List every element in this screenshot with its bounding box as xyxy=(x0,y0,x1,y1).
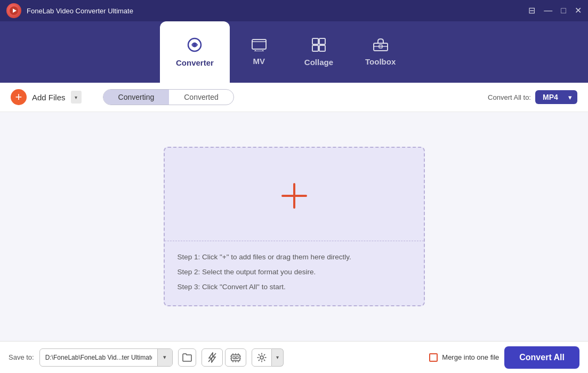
window-controls: ⊟ — □ ✕ xyxy=(528,6,582,15)
convert-all-to-group: Convert All to: MP4 MKV AVI MOV WMV xyxy=(488,90,577,104)
converting-tab-button[interactable]: Converting xyxy=(103,90,170,105)
save-path-wrapper: ▾ xyxy=(39,348,173,367)
svg-rect-4 xyxy=(252,39,266,49)
bottom-bar: Save to: ▾ xyxy=(0,341,588,373)
title-bar-left: FoneLab Video Converter Ultimate xyxy=(6,3,133,18)
svg-rect-9 xyxy=(374,43,388,51)
settings-group: ▾ xyxy=(252,348,284,367)
view-tab-switcher: Converting Converted xyxy=(103,89,234,105)
svg-rect-5 xyxy=(312,38,318,44)
svg-point-28 xyxy=(260,356,263,359)
svg-point-3 xyxy=(193,43,196,46)
close-button[interactable]: ✕ xyxy=(575,6,582,15)
add-files-icon xyxy=(278,180,310,214)
collage-icon xyxy=(311,37,326,54)
convert-all-button[interactable]: Convert All xyxy=(504,346,579,369)
instruction-step-2: Step 2: Select the output format you des… xyxy=(178,267,411,277)
merge-checkbox-wrapper: Merge into one file xyxy=(429,353,499,362)
quick-action-buttons: OFF xyxy=(202,348,246,367)
tab-converter[interactable]: Converter xyxy=(160,21,230,83)
caption-icon[interactable]: ⊟ xyxy=(528,6,535,15)
maximize-button[interactable]: □ xyxy=(561,6,566,15)
settings-dropdown-button[interactable]: ▾ xyxy=(272,348,284,367)
tab-bar: Converter MV Collage xyxy=(0,21,588,83)
toolbox-icon xyxy=(373,38,389,54)
collage-tab-label: Collage xyxy=(304,58,333,67)
flash-off-button[interactable] xyxy=(202,348,223,367)
toolbar: + Add Files ▾ Converting Converted Conve… xyxy=(0,83,588,112)
tab-toolbox[interactable]: Toolbox xyxy=(349,21,412,83)
tab-collage[interactable]: Collage xyxy=(288,21,349,83)
add-files-label: Add Files xyxy=(32,93,66,102)
app-title: FoneLab Video Converter Ultimate xyxy=(27,7,133,15)
converter-icon xyxy=(187,37,203,55)
add-files-dropdown-button[interactable]: ▾ xyxy=(71,91,82,104)
format-select[interactable]: MP4 MKV AVI MOV WMV xyxy=(535,90,577,104)
mv-icon xyxy=(251,38,267,53)
tab-mv[interactable]: MV xyxy=(230,21,288,83)
format-select-wrapper: MP4 MKV AVI MOV WMV xyxy=(535,90,577,104)
toolbox-tab-label: Toolbox xyxy=(365,57,396,66)
save-path-dropdown-button[interactable]: ▾ xyxy=(157,349,172,366)
converter-tab-label: Converter xyxy=(176,58,214,67)
app-logo xyxy=(6,3,21,18)
svg-rect-6 xyxy=(319,38,325,44)
add-files-plus-button[interactable]: + xyxy=(11,89,27,105)
instruction-step-3: Step 3: Click "Convert All" to start. xyxy=(178,282,411,292)
settings-button[interactable] xyxy=(252,348,272,367)
minimize-button[interactable]: — xyxy=(544,6,552,15)
convert-all-to-label: Convert All to: xyxy=(488,93,531,101)
merge-label: Merge into one file xyxy=(442,353,499,361)
title-bar: FoneLab Video Converter Ultimate ⊟ — □ ✕ xyxy=(0,0,588,21)
drop-zone[interactable]: Step 1: Click "+" to add files or drag t… xyxy=(164,147,425,307)
svg-rect-7 xyxy=(312,45,318,51)
converted-tab-button[interactable]: Converted xyxy=(169,90,233,105)
svg-text:OFF: OFF xyxy=(233,358,238,360)
save-to-label: Save to: xyxy=(9,353,34,361)
main-content: Step 1: Click "+" to add files or drag t… xyxy=(0,112,588,341)
drop-zone-instructions: Step 1: Click "+" to add files or drag t… xyxy=(165,241,424,306)
mv-tab-label: MV xyxy=(253,57,265,66)
drop-zone-upper xyxy=(165,148,424,241)
merge-checkbox[interactable] xyxy=(429,353,438,362)
browse-folder-button[interactable] xyxy=(178,348,196,367)
svg-rect-8 xyxy=(319,45,325,51)
save-path-input[interactable] xyxy=(40,354,157,361)
instruction-step-1: Step 1: Click "+" to add files or drag t… xyxy=(178,252,411,263)
hardware-accel-button[interactable]: OFF xyxy=(225,348,246,367)
